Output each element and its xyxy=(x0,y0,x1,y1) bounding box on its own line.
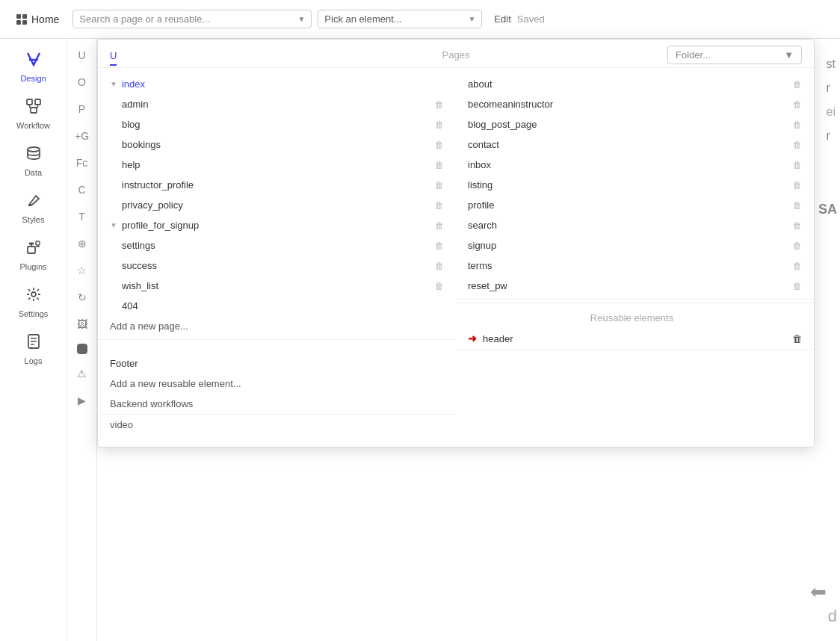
page-item-404[interactable]: 404 xyxy=(98,296,456,316)
sec-icon-video[interactable]: ▶ xyxy=(73,390,90,411)
sec-icon-2[interactable]: O xyxy=(73,72,90,93)
sec-icon-10[interactable]: ↻ xyxy=(73,287,91,308)
folder-select[interactable]: Folder... ▼ xyxy=(667,46,802,64)
page-item-profile[interactable]: profile 🗑 xyxy=(456,195,814,215)
sec-icon-9[interactable]: ☆ xyxy=(72,260,91,281)
page-item-listing[interactable]: listing 🗑 xyxy=(456,175,814,195)
page-item-blog[interactable]: blog 🗑 xyxy=(98,114,456,134)
reusable-header-name: header xyxy=(483,333,513,344)
delete-instructor-icon[interactable]: 🗑 xyxy=(435,180,444,191)
delete-reset-pw-icon[interactable]: 🗑 xyxy=(793,281,802,291)
page-item-bookings[interactable]: bookings 🗑 xyxy=(98,134,456,155)
delete-success-icon[interactable]: 🗑 xyxy=(435,261,444,271)
page-selector-dropdown: U Pages Folder... ▼ ▼ index xyxy=(97,39,815,448)
svg-rect-0 xyxy=(27,99,32,105)
d-partial-text: d xyxy=(828,607,837,626)
delete-inbox-icon[interactable]: 🗑 xyxy=(793,160,802,170)
page-item-profile-for-signup[interactable]: ▼ profile_for_signup 🗑 xyxy=(98,215,456,235)
settings-label: Settings xyxy=(19,309,49,318)
right-pages-column: about 🗑 becomeaninstructor 🗑 blog_post_p… xyxy=(456,68,814,441)
plugins-icon xyxy=(25,239,42,259)
page-name-settings: settings xyxy=(110,240,155,251)
page-item-signup[interactable]: signup 🗑 xyxy=(456,235,814,256)
page-name-about: about xyxy=(468,78,492,90)
edit-button[interactable]: Edit xyxy=(494,13,510,25)
right-edge-partial: st r ei r xyxy=(822,45,840,155)
page-item-inbox[interactable]: inbox 🗑 xyxy=(456,155,814,175)
page-item-terms[interactable]: terms 🗑 xyxy=(456,256,814,276)
page-item-privacy-policy[interactable]: privacy_policy 🗑 xyxy=(98,195,456,215)
reusable-item-footer[interactable]: Footer xyxy=(98,353,456,374)
search-bar[interactable]: Search a page or a reusable... ▼ xyxy=(72,10,312,28)
page-item-success[interactable]: success 🗑 xyxy=(98,256,456,276)
page-name-becomeaninstructor: becomeaninstructor xyxy=(468,99,553,110)
design-icon xyxy=(25,51,42,71)
sidebar-item-data[interactable]: Data xyxy=(4,139,64,183)
add-reusable-link[interactable]: Add a new reusable element... xyxy=(98,374,456,394)
delete-settings-icon[interactable]: 🗑 xyxy=(435,241,444,251)
search-dropdown-arrow: ▼ xyxy=(297,15,305,23)
sidebar-item-design[interactable]: Design xyxy=(4,45,64,89)
pick-element-dropdown[interactable]: Pick an element... ▼ xyxy=(318,10,482,28)
delete-terms-icon[interactable]: 🗑 xyxy=(793,261,802,271)
bottom-nav-arrow[interactable]: ⬅ xyxy=(810,580,827,604)
sidebar-item-styles[interactable]: Styles xyxy=(4,186,64,230)
delete-signup-icon[interactable]: 🗑 xyxy=(793,241,802,251)
delete-contact-icon[interactable]: 🗑 xyxy=(793,140,802,150)
page-item-help[interactable]: help 🗑 xyxy=(98,155,456,175)
page-item-search[interactable]: search 🗑 xyxy=(456,215,814,235)
sec-icon-3[interactable]: P xyxy=(74,99,90,120)
delete-admin-icon[interactable]: 🗑 xyxy=(435,99,444,110)
page-name-help: help xyxy=(110,159,140,170)
sec-icon-6[interactable]: C xyxy=(73,179,90,200)
sidebar-item-plugins[interactable]: Plugins xyxy=(4,233,64,277)
page-item-about[interactable]: about 🗑 xyxy=(456,74,814,94)
delete-blogpost-icon[interactable]: 🗑 xyxy=(793,120,802,130)
backend-workflows-link[interactable]: Backend workflows xyxy=(98,394,456,414)
sec-icon-4[interactable]: +G xyxy=(70,126,93,146)
page-name-success: success xyxy=(110,260,157,271)
delete-wish-list-icon[interactable]: 🗑 xyxy=(435,281,444,291)
page-item-index[interactable]: ▼ index xyxy=(98,74,456,94)
delete-listing-icon[interactable]: 🗑 xyxy=(793,180,802,191)
sec-icon-rect[interactable] xyxy=(77,344,87,354)
delete-blog-icon[interactable]: 🗑 xyxy=(435,120,444,130)
page-item-contact[interactable]: contact 🗑 xyxy=(456,134,814,155)
sidebar-item-settings[interactable]: Settings xyxy=(4,280,64,324)
delete-about-icon[interactable]: 🗑 xyxy=(793,79,802,90)
right-video-row xyxy=(456,349,814,370)
video-item[interactable]: video xyxy=(98,414,456,435)
sec-icon-5[interactable]: Fc xyxy=(72,152,93,173)
delete-privacy-icon[interactable]: 🗑 xyxy=(435,200,444,211)
page-item-blog-post-page[interactable]: blog_post_page 🗑 xyxy=(456,114,814,134)
sec-icon-1[interactable]: U xyxy=(73,45,90,66)
sec-icon-warning[interactable]: ⚠ xyxy=(72,363,91,384)
page-item-settings[interactable]: settings 🗑 xyxy=(98,235,456,256)
delete-become-icon[interactable]: 🗑 xyxy=(793,99,802,110)
home-button[interactable]: Home xyxy=(9,10,67,28)
sidebar-item-workflow[interactable]: Workflow xyxy=(4,92,64,136)
workflow-icon xyxy=(25,98,42,118)
sec-icon-7[interactable]: T xyxy=(74,206,90,227)
page-item-reset-pw[interactable]: reset_pw 🗑 xyxy=(456,276,814,296)
svg-rect-2 xyxy=(31,108,37,113)
delete-help-icon[interactable]: 🗑 xyxy=(435,160,444,170)
sec-icon-8[interactable]: ⊕ xyxy=(73,233,91,254)
page-item-admin[interactable]: admin 🗑 xyxy=(98,94,456,114)
plugins-label: Plugins xyxy=(19,262,46,271)
delete-profile-icon[interactable]: 🗑 xyxy=(793,200,802,211)
delete-header-icon[interactable]: 🗑 xyxy=(792,333,802,344)
svg-rect-9 xyxy=(36,241,40,245)
page-item-wish-list[interactable]: wish_list 🗑 xyxy=(98,276,456,296)
reusable-item-header[interactable]: ➜ header 🗑 xyxy=(456,328,814,349)
add-new-page-link[interactable]: Add a new page... xyxy=(98,316,456,336)
sidebar-item-logs[interactable]: Logs xyxy=(4,327,64,371)
delete-bookings-icon[interactable]: 🗑 xyxy=(435,140,444,150)
delete-search-icon[interactable]: 🗑 xyxy=(793,220,802,231)
sec-icon-img[interactable]: 🖼 xyxy=(72,314,92,335)
sa-partial-text: SA xyxy=(818,202,837,217)
page-item-instructor-profile[interactable]: instructor_profile 🗑 xyxy=(98,175,456,195)
page-item-becomeaninstructor[interactable]: becomeaninstructor 🗑 xyxy=(456,94,814,114)
delete-profile-signup-icon[interactable]: 🗑 xyxy=(435,220,444,231)
reusable-section-header xyxy=(98,339,456,353)
